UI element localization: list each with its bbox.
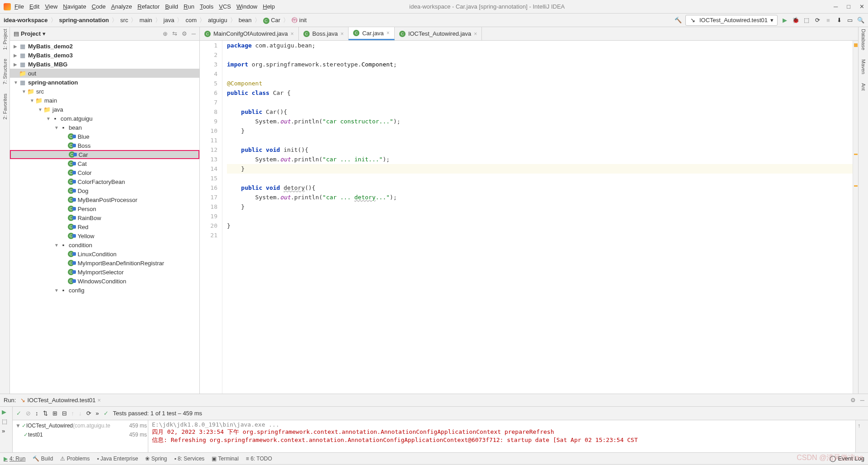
event-log-button[interactable]: ◯ Event Log xyxy=(830,455,864,462)
ide-layout-icon[interactable]: ▭ xyxy=(846,17,854,24)
bottom-tab-build[interactable]: 🔨 Build xyxy=(33,456,53,462)
passed-filter-icon[interactable]: ✓ xyxy=(16,410,21,417)
build-icon[interactable]: 🔨 xyxy=(675,17,682,24)
tab-car-java[interactable]: CCar.java× xyxy=(349,27,395,40)
breadcrumb-item[interactable]: bean xyxy=(239,17,252,23)
breadcrumb-item[interactable]: src xyxy=(120,17,128,23)
collapse-all-icon[interactable]: ⊟ xyxy=(62,410,67,417)
tree-node-java[interactable]: ▼📁java xyxy=(10,105,199,114)
bottom-tab-spring[interactable]: ❀ Spring xyxy=(145,456,167,462)
tree-node-out[interactable]: 📁out xyxy=(10,69,199,78)
menu-run[interactable]: Run xyxy=(184,3,194,10)
run-tree-node[interactable]: ▼✓ IOCTest_Autowired (com.atguigu.te459 … xyxy=(14,421,147,430)
menu-help[interactable]: Help xyxy=(263,3,275,10)
more-icon[interactable]: » xyxy=(96,410,99,417)
menu-file[interactable]: File xyxy=(14,3,24,10)
tab-close-icon[interactable]: × xyxy=(291,31,294,37)
menu-edit[interactable]: Edit xyxy=(29,3,39,10)
breadcrumb-item[interactable]: spring-annotation xyxy=(59,17,109,23)
debug-button[interactable]: 🐞 xyxy=(792,17,799,24)
menu-tools[interactable]: Tools xyxy=(200,3,213,10)
tree-node-com-atguigu[interactable]: ▼▪com.atguigu xyxy=(10,114,199,123)
breadcrumb-item[interactable]: java xyxy=(164,17,175,23)
breadcrumb-item[interactable]: idea-workspace xyxy=(4,17,48,23)
tab-ioctest_autowired-java[interactable]: CIOCTest_Autowired.java× xyxy=(395,27,482,40)
breadcrumb-item[interactable]: C Car xyxy=(263,17,281,24)
run-button[interactable]: ▶ xyxy=(781,17,788,24)
tree-node-mybeanpostprocessor[interactable]: C MyBeanPostProcessor xyxy=(10,195,199,204)
tree-node-cat[interactable]: C Cat xyxy=(10,159,199,168)
stop-button[interactable]: ■ xyxy=(825,17,832,24)
bottom-tab-terminal[interactable]: ▣ Terminal xyxy=(212,456,238,462)
tree-node-myimportselector[interactable]: C MyImportSelector xyxy=(10,268,199,277)
test-history-icon[interactable]: ⟳ xyxy=(86,410,91,417)
failed-tests-button[interactable]: » xyxy=(2,427,10,434)
tree-node-windowscondition[interactable]: C WindowsCondition xyxy=(10,277,199,286)
breadcrumb-item[interactable]: main xyxy=(139,17,152,23)
scroll-up-icon[interactable]: ↑ xyxy=(856,420,868,431)
tree-node-config[interactable]: ▼▪config xyxy=(10,286,199,295)
menu-code[interactable]: Code xyxy=(92,3,106,10)
menu-refactor[interactable]: Refactor xyxy=(137,3,160,10)
tree-node-red[interactable]: C Red xyxy=(10,222,199,231)
settings-icon[interactable]: ⚙ xyxy=(182,30,187,37)
tree-node-blue[interactable]: C Blue xyxy=(10,132,199,141)
tree-node-car[interactable]: C Car xyxy=(10,150,199,159)
tool-ant[interactable]: Ant xyxy=(861,83,866,91)
sort-icon[interactable]: ↕ xyxy=(35,410,38,417)
ignored-filter-icon[interactable]: ⊘ xyxy=(26,410,31,417)
run-config-select[interactable]: ↘ IOCTest_Autowired.test01 ▾ xyxy=(685,15,778,26)
maximize-button[interactable]: □ xyxy=(847,3,850,10)
menu-vcs[interactable]: VCS xyxy=(219,3,231,10)
profile-button[interactable]: ⟳ xyxy=(814,17,821,24)
menu-view[interactable]: View xyxy=(45,3,57,10)
tab-close-icon[interactable]: × xyxy=(340,31,344,37)
tool-2--favorites[interactable]: 2: Favorites xyxy=(2,94,8,119)
tree-node-color[interactable]: C Color xyxy=(10,168,199,177)
tree-node-condition[interactable]: ▼▪condition xyxy=(10,240,199,249)
minimize-button[interactable]: ─ xyxy=(834,3,838,10)
code[interactable]: package com.atguigu.bean; import org.spr… xyxy=(222,41,853,394)
tool-maven[interactable]: Maven xyxy=(861,59,866,74)
vcs-update-icon[interactable]: ⬇ xyxy=(835,17,843,24)
warning-mark-2[interactable] xyxy=(854,154,858,155)
breadcrumb-item[interactable]: ⓜ init xyxy=(292,16,307,24)
bottom-tab-java-enterprise[interactable]: ▪ Java Enterprise xyxy=(97,456,138,462)
tree-node-yellow[interactable]: C Yellow xyxy=(10,231,199,240)
run-console[interactable]: E:\jdk\jdk1.8.0_191\bin\java.exe ...四月 0… xyxy=(148,420,855,452)
tree-node-spring-annotation[interactable]: ▼▦spring-annotation xyxy=(10,78,199,87)
tree-node-mybatis_mbg[interactable]: ▶▦MyBatis_MBG xyxy=(10,60,199,69)
bottom-tab-6-todo[interactable]: ≡ 6: TODO xyxy=(246,456,272,462)
tab-mainconifgofautowired-java[interactable]: CMainConifgOfAutowired.java× xyxy=(200,27,299,40)
bottom-tab-problems[interactable]: ⚠ Problems xyxy=(60,456,90,462)
next-icon[interactable]: ↓ xyxy=(79,410,82,417)
menu-build[interactable]: Build xyxy=(165,3,178,10)
coverage-button[interactable]: ⬚ xyxy=(803,17,810,24)
breadcrumb-item[interactable]: atguigu xyxy=(208,17,227,23)
tree-node-mybatis_demo2[interactable]: ▶▦MyBatis_demo2 xyxy=(10,42,199,51)
tree-node-boss[interactable]: C Boss xyxy=(10,141,199,150)
menu-window[interactable]: Window xyxy=(236,3,257,10)
tab-close-icon[interactable]: × xyxy=(387,30,390,36)
tab-close-icon[interactable]: × xyxy=(98,397,101,404)
tool-7--structure[interactable]: 7: Structure xyxy=(2,59,8,85)
tree-node-dog[interactable]: C Dog xyxy=(10,186,199,195)
breadcrumb-item[interactable]: com xyxy=(185,17,197,23)
project-view-dropdown[interactable]: ▾ xyxy=(42,30,46,37)
tree-node-colorfactorybean[interactable]: C ColorFactoryBean xyxy=(10,177,199,186)
bottom-tab-8-services[interactable]: ▪ 8: Services xyxy=(174,456,204,462)
editor-content[interactable]: 123456789101112131415161718192021 packag… xyxy=(200,41,858,394)
prev-icon[interactable]: ↑ xyxy=(71,410,75,417)
rerun-button[interactable]: ▶ xyxy=(2,409,10,415)
warning-mark[interactable] xyxy=(854,43,858,47)
project-view-icon[interactable]: ▤ xyxy=(14,30,19,37)
menu-navigate[interactable]: Navigate xyxy=(63,3,86,10)
sort-alpha-icon[interactable]: ⇅ xyxy=(43,410,48,417)
tree-node-src[interactable]: ▼📁src xyxy=(10,87,199,96)
tree-node-main[interactable]: ▼📁main xyxy=(10,96,199,105)
error-strip[interactable] xyxy=(853,41,858,394)
search-everywhere-icon[interactable]: 🔍 xyxy=(857,17,864,24)
tree-node-mybatis_demo3[interactable]: ▶▦MyBatis_demo3 xyxy=(10,51,199,60)
close-button[interactable]: ✕ xyxy=(859,3,864,10)
expand-icon[interactable]: ⇆ xyxy=(172,30,177,37)
